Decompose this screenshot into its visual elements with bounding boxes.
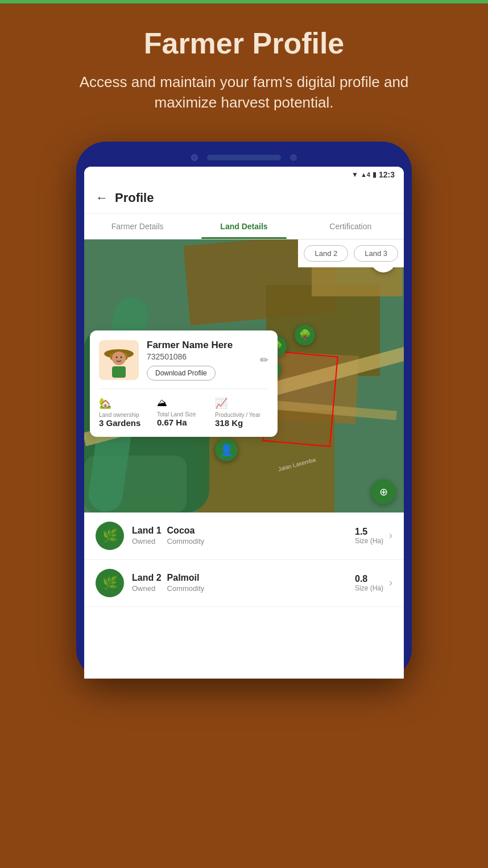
svg-point-4	[121, 357, 122, 358]
svg-point-2	[112, 352, 126, 365]
svg-rect-5	[112, 366, 126, 378]
signal-icon: ▲4	[361, 171, 370, 178]
land-item-1[interactable]: 🌿 Land 1 Owned Cocoa Commodity 1.5 Size …	[84, 512, 404, 560]
land-tab-2[interactable]: Land 2	[304, 245, 348, 262]
land-1-commodity: Cocoa Commodity	[167, 526, 349, 545]
farmer-stats: 🏡 Land ownership 3 Gardens ⛰ Total Land …	[99, 388, 268, 428]
land-2-info: Land 2 Owned	[132, 573, 162, 593]
map-locate-button[interactable]: ⊕	[371, 480, 396, 505]
map-and-card: Land 2 Land 3	[84, 239, 404, 512]
land-2-size: 0.8 Size (Ha)	[355, 574, 383, 592]
app-header: ← Profile	[84, 183, 404, 214]
farmer-name: Farmer Name Here	[147, 340, 252, 351]
hero-title: Farmer Profile	[34, 26, 454, 60]
phone-camera	[191, 154, 198, 161]
hero-section: Farmer Profile Access and maintain your …	[0, 3, 488, 130]
farmer-avatar	[99, 340, 139, 380]
phone-sensor	[290, 154, 297, 161]
chevron-right-icon-1: ›	[389, 530, 392, 542]
phone-top-bar	[84, 150, 404, 167]
land-1-size: 1.5 Size (Ha)	[355, 527, 383, 545]
productivity-icon: 📈	[215, 397, 268, 410]
status-time: 12:3	[379, 170, 395, 179]
phone-speaker	[207, 155, 281, 160]
back-button[interactable]: ←	[96, 191, 108, 205]
wifi-icon: ▼	[351, 171, 358, 179]
land-1-info: Land 1 Owned	[132, 526, 162, 545]
tab-certification[interactable]: Certification	[297, 214, 404, 239]
farmer-details: Farmer Name Here 732501086 Download Prof…	[147, 340, 252, 381]
land-tab-3[interactable]: Land 3	[354, 245, 398, 262]
land-list: 🌿 Land 1 Owned Cocoa Commodity 1.5 Size …	[84, 512, 404, 607]
map-marker-2[interactable]: 🌳	[295, 325, 315, 345]
map-user-marker[interactable]: 👤	[215, 439, 238, 461]
tab-farmer-details[interactable]: Farmer Details	[84, 214, 191, 239]
farmer-id: 732501086	[147, 352, 252, 361]
land-size-icon: ⛰	[157, 397, 210, 409]
stat-land-size: ⛰ Total Land Size 0.67 Ha	[157, 397, 210, 428]
download-profile-button[interactable]: Download Profile	[147, 366, 216, 381]
phone-mockup: ▼ ▲4 ▮ 12:3 ← Profile Farmer Details	[0, 130, 488, 679]
tab-bar: Farmer Details Land Details Certificatio…	[84, 214, 404, 239]
status-icons: ▼ ▲4 ▮ 12:3	[351, 170, 395, 179]
land-item-2[interactable]: 🌿 Land 2 Owned Palmoil Commodity 0.8 Siz…	[84, 560, 404, 607]
chevron-right-icon-2: ›	[389, 577, 392, 589]
status-bar: ▼ ▲4 ▮ 12:3	[84, 167, 404, 183]
phone-device: ▼ ▲4 ▮ 12:3 ← Profile Farmer Details	[76, 142, 412, 679]
land-2-commodity: Palmoil Commodity	[167, 573, 349, 593]
tab-land-details[interactable]: Land Details	[191, 214, 297, 239]
land-ownership-icon: 🏡	[99, 397, 152, 410]
hero-subtitle: Access and maintain your farm's digital …	[68, 72, 420, 113]
phone-screen: ▼ ▲4 ▮ 12:3 ← Profile Farmer Details	[84, 167, 404, 679]
land-tabs-row: Land 2 Land 3	[298, 239, 404, 267]
land-2-icon: 🌿	[96, 569, 124, 597]
farmer-card: Farmer Name Here 732501086 Download Prof…	[90, 330, 278, 437]
land-1-icon: 🌿	[96, 522, 124, 550]
app-title: Profile	[115, 191, 154, 205]
stat-land-ownership: 🏡 Land ownership 3 Gardens	[99, 397, 152, 428]
stat-productivity: 📈 Productivity / Year 318 Kg	[215, 397, 268, 428]
edit-button[interactable]: ✏	[260, 354, 268, 366]
farmer-info-row: Farmer Name Here 732501086 Download Prof…	[99, 340, 268, 381]
screen-inner: ▼ ▲4 ▮ 12:3 ← Profile Farmer Details	[84, 167, 404, 607]
battery-icon: ▮	[373, 171, 377, 179]
svg-point-3	[116, 357, 118, 358]
